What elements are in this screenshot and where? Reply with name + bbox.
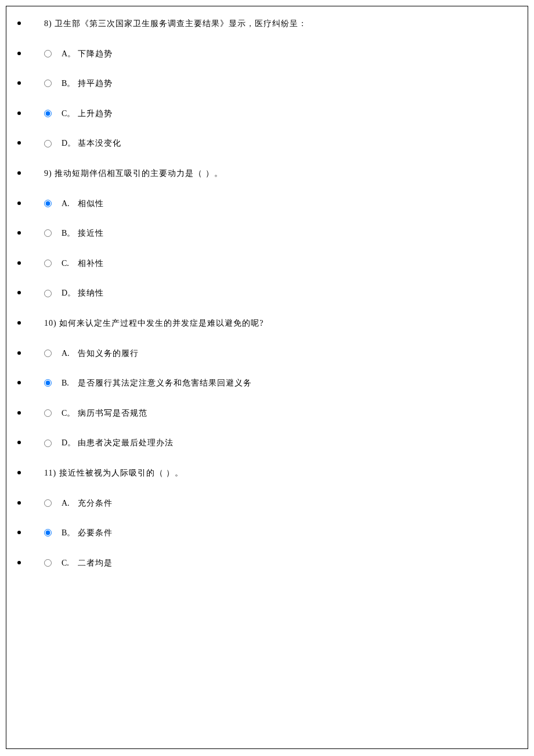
option-radio[interactable] xyxy=(44,559,52,567)
option-item: D。基本没变化 xyxy=(15,138,519,149)
question-text: 8) 卫生部《第三次国家卫生服务调查主要结果》显示，医疗纠纷呈： xyxy=(44,19,307,28)
option-radio[interactable] xyxy=(44,409,52,417)
option-letter: A. xyxy=(62,498,78,509)
option-radio[interactable] xyxy=(44,260,52,267)
option-radio[interactable] xyxy=(44,80,52,87)
option-item: A.相似性 xyxy=(15,198,519,210)
option-radio[interactable] xyxy=(44,440,52,447)
option-text: 病历书写是否规范 xyxy=(78,408,147,419)
option-radio[interactable] xyxy=(44,290,52,297)
option-item: D。接纳性 xyxy=(15,287,519,299)
option-letter: C。 xyxy=(62,108,78,120)
question-item: 8) 卫生部《第三次国家卫生服务调查主要结果》显示，医疗纠纷呈： xyxy=(15,18,519,30)
option-letter: D。 xyxy=(62,138,78,149)
option-text: 基本没变化 xyxy=(78,138,121,149)
option-item: B。必要条件 xyxy=(15,527,519,539)
option-letter: B。 xyxy=(62,78,78,89)
option-item: C。上升趋势 xyxy=(15,108,519,120)
option-item: B.是否履行其法定注意义务和危害结果回避义务 xyxy=(15,377,519,389)
option-text: 由患者决定最后处理办法 xyxy=(78,437,174,449)
option-item: D。由患者决定最后处理办法 xyxy=(15,437,519,449)
option-item: A。下降趋势 xyxy=(15,48,519,60)
option-item: B。持平趋势 xyxy=(15,78,519,89)
option-item: B。接近性 xyxy=(15,228,519,239)
option-radio[interactable] xyxy=(44,350,52,357)
question-text: 9) 推动短期伴侣相互吸引的主要动力是（ ）。 xyxy=(44,169,223,178)
option-item: C.二者均是 xyxy=(15,557,519,569)
option-letter: C. xyxy=(62,258,78,269)
option-letter: A. xyxy=(62,198,78,210)
option-text: 上升趋势 xyxy=(78,108,113,120)
option-letter: D。 xyxy=(62,287,78,299)
option-letter: C。 xyxy=(62,408,78,419)
option-item: C.相补性 xyxy=(15,258,519,269)
option-radio[interactable] xyxy=(44,110,52,117)
option-text: 接近性 xyxy=(78,228,104,239)
option-text: 下降趋势 xyxy=(78,48,113,60)
option-text: 相似性 xyxy=(78,198,104,210)
option-text: 必要条件 xyxy=(78,527,113,539)
option-radio[interactable] xyxy=(44,200,52,207)
option-letter: C. xyxy=(62,557,78,569)
option-radio[interactable] xyxy=(44,229,52,237)
option-radio[interactable] xyxy=(44,529,52,537)
option-text: 接纳性 xyxy=(78,287,104,299)
option-text: 告知义务的履行 xyxy=(78,348,139,359)
option-text: 二者均是 xyxy=(78,557,113,569)
option-item: C。病历书写是否规范 xyxy=(15,408,519,419)
question-text: 10) 如何来认定生产过程中发生的并发症是难以避免的呢? xyxy=(44,319,264,327)
option-radio[interactable] xyxy=(44,50,52,57)
option-radio[interactable] xyxy=(44,499,52,507)
option-item: A.告知义务的履行 xyxy=(15,348,519,359)
question-item: 11) 接近性被视为人际吸引的（ ）。 xyxy=(15,467,519,479)
option-letter: B。 xyxy=(62,527,78,539)
question-item: 9) 推动短期伴侣相互吸引的主要动力是（ ）。 xyxy=(15,168,519,179)
option-letter: B。 xyxy=(62,228,78,239)
option-letter: D。 xyxy=(62,437,78,449)
option-letter: A. xyxy=(62,348,78,359)
option-letter: B. xyxy=(62,377,78,389)
question-text: 11) 接近性被视为人际吸引的（ ）。 xyxy=(44,469,183,477)
option-item: A.充分条件 xyxy=(15,498,519,509)
option-text: 持平趋势 xyxy=(78,78,113,89)
option-radio[interactable] xyxy=(44,379,52,387)
option-text: 是否履行其法定注意义务和危害结果回避义务 xyxy=(78,377,252,389)
option-text: 充分条件 xyxy=(78,498,113,509)
question-list: 8) 卫生部《第三次国家卫生服务调查主要结果》显示，医疗纠纷呈：A。下降趋势B。… xyxy=(15,18,519,568)
option-letter: A。 xyxy=(62,48,78,60)
option-text: 相补性 xyxy=(78,258,104,269)
question-item: 10) 如何来认定生产过程中发生的并发症是难以避免的呢? xyxy=(15,318,519,329)
option-radio[interactable] xyxy=(44,140,52,147)
